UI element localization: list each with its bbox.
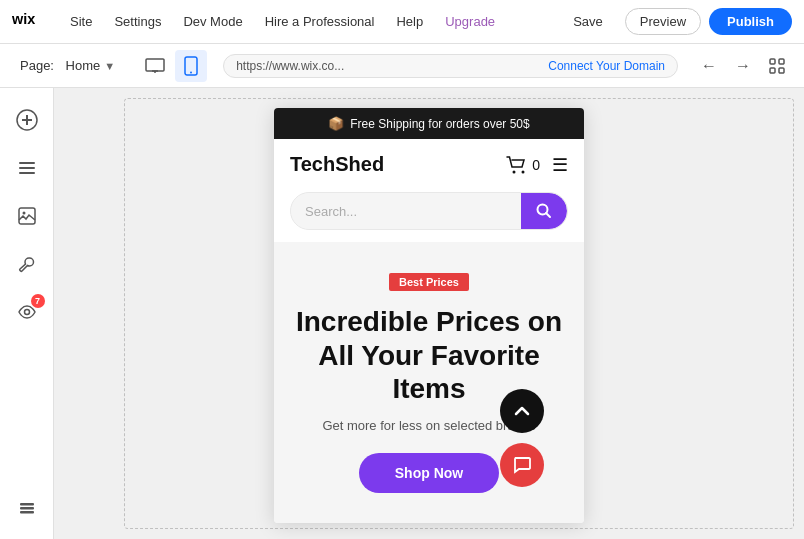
left-sidebar: 7 [0,88,54,539]
second-bar: Page: Home ▼ https://www.wix.co... Conne… [0,44,804,88]
svg-point-22 [513,170,516,173]
page-label: Page: [20,58,54,73]
chat-button[interactable] [500,443,544,487]
svg-rect-14 [19,167,35,169]
shop-now-button[interactable]: Shop Now [359,453,499,493]
mobile-device-btn[interactable] [175,50,207,82]
page-selector[interactable]: Page: Home ▼ [12,54,123,77]
url-bar: https://www.wix.co... Connect Your Domai… [223,54,678,78]
add-element-button[interactable] [7,100,47,140]
svg-rect-8 [770,68,775,73]
nav-settings[interactable]: Settings [104,10,171,33]
svg-rect-15 [19,172,35,174]
nav-help[interactable]: Help [386,10,433,33]
header-icons: 0 ☰ [506,154,568,176]
device-icons [139,50,207,82]
notification-badge: 7 [31,294,45,308]
store-logo: TechShed [290,153,384,176]
layers-button[interactable] [7,487,47,527]
save-button[interactable]: Save [559,9,617,34]
eye-button[interactable]: 7 [7,292,47,332]
svg-rect-13 [19,162,35,164]
hero-section: Best Prices Incredible Prices on All You… [274,242,584,523]
scroll-top-button[interactable] [500,389,544,433]
svg-rect-6 [770,59,775,64]
chevron-down-icon: ▼ [104,60,115,72]
nav-hire-pro[interactable]: Hire a Professional [255,10,385,33]
editor-area: 7 📦 Free Shipping for orders over 50$ Te… [0,88,804,539]
tools-button[interactable] [7,244,47,284]
connect-domain-link[interactable]: Connect Your Domain [548,59,665,73]
svg-rect-9 [779,68,784,73]
store-header: TechShed 0 ☰ [274,139,584,186]
top-actions: Save Preview Publish [559,8,792,35]
svg-point-5 [190,71,192,73]
desktop-device-btn[interactable] [139,50,171,82]
shipping-banner: 📦 Free Shipping for orders over 50$ [274,108,584,139]
svg-rect-1 [146,59,164,71]
media-button[interactable] [7,196,47,236]
page-name: Home [66,58,101,73]
pages-button[interactable] [7,148,47,188]
canvas-area: 📦 Free Shipping for orders over 50$ Tech… [54,88,804,539]
wix-logo: wix [12,10,48,34]
redo-button[interactable]: → [728,51,758,81]
svg-rect-16 [19,208,35,224]
publish-button[interactable]: Publish [709,8,792,35]
svg-rect-20 [20,507,34,510]
cart-count: 0 [532,157,540,173]
svg-point-23 [522,170,525,173]
url-text: https://www.wix.co... [236,59,542,73]
svg-rect-7 [779,59,784,64]
top-menu-bar: wix Site Settings Dev Mode Hire a Profes… [0,0,804,44]
history-buttons: ← → [694,51,792,81]
search-placeholder[interactable]: Search... [291,196,521,227]
top-nav: Site Settings Dev Mode Hire a Profession… [60,10,555,33]
svg-point-18 [24,310,29,315]
svg-rect-19 [20,503,34,506]
hamburger-icon[interactable]: ☰ [552,154,568,176]
best-prices-badge: Best Prices [389,273,469,291]
svg-text:wix: wix [12,11,35,27]
cart-icon-wrap[interactable]: 0 [506,156,540,174]
search-bar: Search... [290,192,568,230]
undo-button[interactable]: ← [694,51,724,81]
svg-rect-21 [20,511,34,514]
mobile-preview-frame: 📦 Free Shipping for orders over 50$ Tech… [274,108,584,523]
nav-site[interactable]: Site [60,10,102,33]
search-wrap: Search... [274,186,584,242]
nav-upgrade[interactable]: Upgrade [435,10,505,33]
shipping-text: Free Shipping for orders over 50$ [350,117,529,131]
svg-point-17 [22,212,25,215]
nav-dev-mode[interactable]: Dev Mode [173,10,252,33]
shipping-icon: 📦 [328,116,344,131]
svg-line-25 [546,213,550,217]
preview-button[interactable]: Preview [625,8,701,35]
search-button[interactable] [521,193,567,229]
grid-button[interactable] [762,51,792,81]
